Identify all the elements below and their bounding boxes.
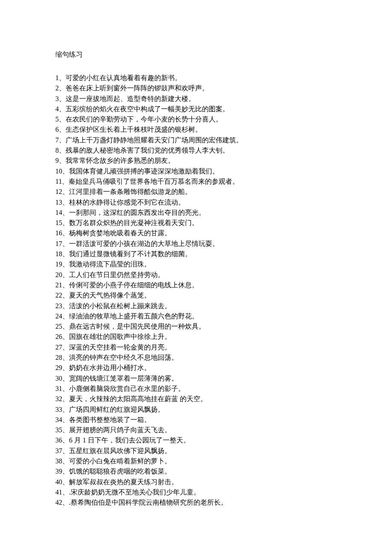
exercise-item: 4、五彩缤纷的焰火在夜空中构成了一幅美妙无比的图案。	[55, 104, 337, 114]
exercise-item: 31、小鹿侧着脑袋欣赏自己在水里的影子。	[55, 384, 337, 394]
exercise-item: 41、.宋庆龄奶奶无微不至地关心我们少年儿童。	[55, 487, 337, 497]
exercise-item: 1、可爱的小红在认真地看着有趣的新书。	[55, 73, 337, 83]
exercise-item: 18、我们通过显微镜看到了不计其数的细菌。	[55, 249, 337, 259]
exercise-item: 9、我常常怀念故乡的许多熟悉的朋友。	[55, 156, 337, 166]
exercise-item: 6、生态保护区生长着上千株枝叶茂盛的银杉树。	[55, 124, 337, 135]
exercise-item: 30、宽阔的钱塘江笼罩着一层薄薄的雾。	[55, 373, 337, 384]
exercise-item: 23、活泼的小松鼠在松树上蹦来跳去。	[55, 301, 337, 311]
exercise-item: 26、国旗在雄壮的国歌声中徐徐上升。	[55, 332, 337, 342]
exercise-item: 5、在农民们的辛勤劳动下，今年小麦的长势十分喜人。	[55, 114, 337, 124]
exercise-item: 36、6 月 1 日下午，我们去公园玩了一整天。	[55, 435, 337, 445]
exercise-item: 37、五星红旗在晨风吹佛下迎风飘扬。	[55, 446, 337, 456]
exercise-item: 20、工人们在节日里仍然坚持劳动。	[55, 270, 337, 280]
document-title: 缩句练习	[55, 50, 337, 59]
exercise-list: 1、可爱的小红在认真地看着有趣的新书。2、爸爸在床上听到窗外一阵阵的锣鼓声和欢呼…	[55, 73, 337, 508]
exercise-item: 12、江河里排着一条条雕饰得酷似游龙的船。	[55, 187, 337, 197]
exercise-item: 33、广场四周鲜红的红旗迎风飘扬。	[55, 405, 337, 415]
exercise-item: 42、.蔡希陶伯伯是中国科学院云南植物研究所的老所长。	[55, 497, 337, 508]
exercise-item: 8、残暴的敌人秘密地杀害了我们党的优秀领导人李大钊。	[55, 145, 337, 156]
exercise-item: 24、绿油油的牧草地上盛开着五颜六色的野花。	[55, 311, 337, 321]
exercise-item: 29、奶奶在水井边用小桶打水。	[55, 363, 337, 373]
exercise-item: 16、杨梅树贪婪地吮吸着春天的甘露。	[55, 228, 337, 238]
exercise-item: 7、广场上千万盏灯静静地照耀着天安门广场周围的宏伟建筑。	[55, 135, 337, 145]
exercise-item: 15、数万名群众炽热的目光凝神注视着天安门。	[55, 218, 337, 228]
exercise-item: 34、各类图书整整地装了一箱。	[55, 415, 337, 425]
exercise-item: 11、秦始皇兵马俑吸引了世界各地千百万慕名而来的参观者。	[55, 176, 337, 187]
exercise-item: 13、桂林的水静得让你感觉不到它在流动。	[55, 197, 337, 208]
exercise-item: 2、爸爸在床上听到窗外一阵阵的锣鼓声和欢呼声。	[55, 83, 337, 93]
exercise-item: 3、这是一座拔地而起、造型奇特的新建大楼。	[55, 94, 337, 104]
exercise-item: 10、我国体育健儿顽强拼搏的事迹深深地激励着我们。	[55, 166, 337, 176]
exercise-item: 40、解放军叔叔在炎热的夏天练习射击。	[55, 477, 337, 487]
exercise-item: 19、我激动得流下晶莹的泪珠。	[55, 259, 337, 269]
exercise-item: 14、一刹那间，这深红的圆东西发出夺目的亮光。	[55, 208, 337, 218]
exercise-item: 27、深蓝的天空挂着一轮金黄的月亮。	[55, 342, 337, 353]
exercise-item: 17、一群活泼可爱的小孩在湖边的大草地上尽情玩耍。	[55, 239, 337, 249]
exercise-item: 22、夏天的天气热得像个蒸笼。	[55, 290, 337, 301]
exercise-item: 21、伶俐可爱的小燕子停在细细的电线上休息。	[55, 280, 337, 290]
exercise-item: 28、洪亮的钟声在空中经久不息地回荡。	[55, 353, 337, 363]
exercise-item: 38、可爱的小白兔在啃着新鲜的萝卜。	[55, 456, 337, 466]
exercise-item: 35、展开翅膀的两只鸽子向蓝天飞去。	[55, 425, 337, 435]
exercise-item: 25、鼎在远古时候，是中国先民使用的一种炊具。	[55, 321, 337, 332]
exercise-item: 32、夏天，火辣辣的太阳高高地挂在蔚蓝 的天空。	[55, 394, 337, 404]
exercise-item: 39、饥饿的聪聪狼吞虎咽的吃着饭菜。	[55, 466, 337, 477]
